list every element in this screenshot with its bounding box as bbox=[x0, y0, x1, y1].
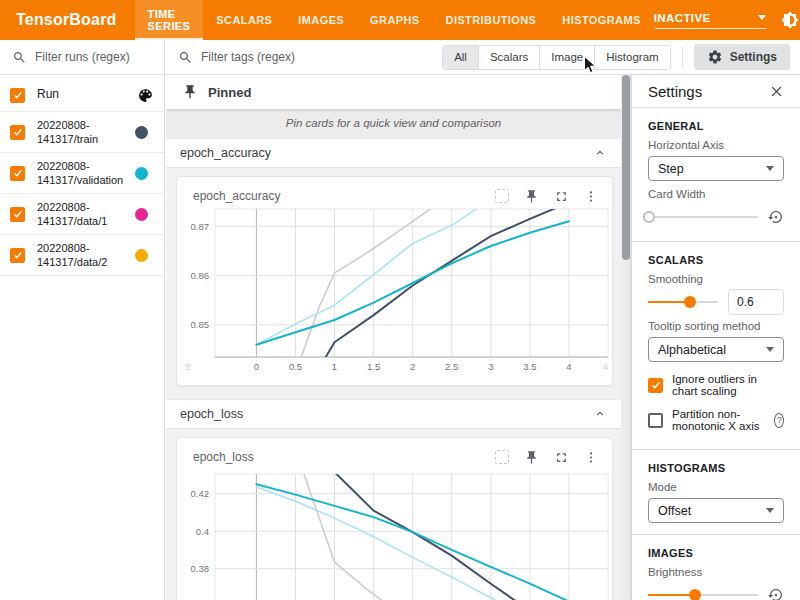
runs-list: 20220808-141317/train20220808-141317/val… bbox=[0, 112, 164, 276]
close-icon[interactable] bbox=[769, 84, 784, 99]
runs-sidebar: Filter runs (regex) Run 20220808-141317/… bbox=[0, 40, 165, 600]
cards-scroll-area: Pinned Pin cards for a quick view and co… bbox=[166, 75, 621, 600]
scalar-card-epoch_accuracy: epoch_accuracy0.850.860.8700.511.522.533… bbox=[176, 176, 613, 386]
svg-text:3.5: 3.5 bbox=[523, 361, 536, 372]
tag-group-title: epoch_accuracy bbox=[180, 146, 271, 160]
vertical-scrollbar[interactable] bbox=[621, 75, 631, 600]
tag-group-header-epoch_accuracy[interactable]: epoch_accuracy bbox=[166, 138, 621, 168]
run-name: 20220808-141317/data/2 bbox=[25, 241, 135, 270]
settings-panel-body: GENERALHorizontal AxisStepCard WidthSCAL… bbox=[632, 108, 800, 600]
header-actions: INACTIVE bbox=[654, 11, 800, 29]
filter-button-image[interactable]: Image bbox=[539, 46, 594, 69]
tab-graphs[interactable]: GRAPHS bbox=[357, 0, 432, 40]
control-label: Card Width bbox=[648, 188, 784, 200]
svg-text:0.87: 0.87 bbox=[191, 221, 210, 232]
filter-runs-input[interactable]: Filter runs (regex) bbox=[0, 40, 164, 75]
tab-scalars[interactable]: SCALARS bbox=[203, 0, 285, 40]
tab-images[interactable]: IMAGES bbox=[285, 0, 357, 40]
svg-text:1.5: 1.5 bbox=[367, 361, 380, 372]
chevron-down-icon bbox=[766, 347, 774, 352]
card-groups: epoch_accuracyepoch_accuracy0.850.860.87… bbox=[166, 138, 621, 600]
main-area: Filter tags (regex) AllScalarsImageHisto… bbox=[166, 40, 800, 600]
help-icon[interactable]: ? bbox=[774, 413, 784, 428]
mode-select[interactable]: Offset bbox=[648, 498, 784, 523]
smoothing-value-input[interactable]: 0.6 bbox=[728, 289, 784, 315]
pin-card-button[interactable] bbox=[524, 450, 539, 465]
brightness-toggle-button[interactable] bbox=[781, 11, 799, 29]
run-row: 20220808-141317/data/2 bbox=[0, 235, 164, 276]
tooltip-sorting-method-select[interactable]: Alphabetical bbox=[648, 337, 784, 362]
card-width-slider[interactable] bbox=[648, 216, 758, 218]
scrollbar-thumb[interactable] bbox=[622, 75, 630, 260]
svg-text:0: 0 bbox=[254, 361, 259, 372]
main-toolbar: Filter tags (regex) AllScalarsImageHisto… bbox=[166, 40, 800, 75]
pin-card-button[interactable] bbox=[524, 189, 539, 204]
search-icon bbox=[12, 50, 27, 65]
fullscreen-button[interactable] bbox=[554, 189, 569, 204]
toolbar-divider bbox=[682, 46, 683, 68]
run-checkbox[interactable] bbox=[10, 207, 25, 222]
slider-knob[interactable] bbox=[684, 296, 696, 308]
tag-group-header-epoch_loss[interactable]: epoch_loss bbox=[166, 399, 621, 429]
section-heading: GENERAL bbox=[648, 120, 784, 132]
svg-text:0.86: 0.86 bbox=[191, 270, 210, 281]
select-value: Offset bbox=[658, 504, 691, 518]
fit-domain-icon[interactable] bbox=[495, 450, 509, 464]
smoothing-slider[interactable] bbox=[648, 301, 718, 303]
line-chart[interactable]: 0.360.380.40.4200.511.522.533.54 bbox=[177, 468, 614, 600]
tab-time-series[interactable]: TIME SERIES bbox=[135, 0, 204, 40]
brightness-slider[interactable] bbox=[648, 594, 758, 596]
filter-tags-placeholder: Filter tags (regex) bbox=[201, 50, 295, 64]
checkbox[interactable] bbox=[648, 413, 663, 428]
filter-button-all[interactable]: All bbox=[443, 46, 478, 69]
app-header: TensorBoard TIME SERIESSCALARSIMAGESGRAP… bbox=[0, 0, 800, 40]
svg-text:1: 1 bbox=[332, 361, 337, 372]
palette-icon[interactable] bbox=[137, 87, 154, 104]
settings-section-histograms: HISTOGRAMSModeOffset bbox=[632, 450, 800, 535]
run-checkbox[interactable] bbox=[10, 248, 25, 263]
svg-text:0.42: 0.42 bbox=[191, 488, 210, 499]
settings-section-scalars: SCALARSSmoothing0.6Tooltip sorting metho… bbox=[632, 242, 800, 450]
select-all-runs-checkbox[interactable] bbox=[10, 88, 25, 103]
card-zone: epoch_accuracy0.850.860.8700.511.522.533… bbox=[166, 168, 621, 398]
chevron-up-icon bbox=[593, 407, 607, 421]
reset-icon[interactable] bbox=[768, 209, 784, 225]
kebab-menu-button[interactable] bbox=[584, 450, 598, 465]
run-checkbox[interactable] bbox=[10, 166, 25, 181]
run-checkbox[interactable] bbox=[10, 125, 25, 140]
chevron-down-icon bbox=[766, 508, 774, 513]
svg-text:4: 4 bbox=[566, 361, 571, 372]
checkbox-label: Ignore outliers in chart scaling bbox=[672, 373, 784, 397]
run-row: 20220808-141317/data/1 bbox=[0, 194, 164, 235]
card-title: epoch_loss bbox=[193, 450, 495, 464]
slider-knob[interactable] bbox=[689, 589, 701, 600]
fullscreen-button[interactable] bbox=[554, 450, 569, 465]
filter-button-scalars[interactable]: Scalars bbox=[478, 46, 539, 69]
scalar-card-epoch_loss: epoch_loss0.360.380.40.4200.511.522.533.… bbox=[176, 437, 613, 600]
control-label: Mode bbox=[648, 481, 784, 493]
tab-histograms[interactable]: HISTOGRAMS bbox=[549, 0, 653, 40]
tab-distributions[interactable]: DISTRIBUTIONS bbox=[433, 0, 550, 40]
pin-icon bbox=[182, 84, 198, 100]
reset-icon[interactable] bbox=[768, 587, 784, 600]
section-heading: HISTOGRAMS bbox=[648, 462, 784, 474]
slider-knob[interactable] bbox=[643, 211, 655, 223]
card-zone: epoch_loss0.360.380.40.4200.511.522.533.… bbox=[166, 429, 621, 600]
control-label: Horizontal Axis bbox=[648, 139, 784, 151]
line-chart[interactable]: 0.850.860.8700.511.522.533.5454 bbox=[177, 207, 614, 381]
horizontal-axis-select[interactable]: Step bbox=[648, 156, 784, 181]
chevron-down-icon bbox=[758, 15, 766, 20]
chevron-down-icon bbox=[766, 166, 774, 171]
svg-text:2.5: 2.5 bbox=[445, 361, 458, 372]
filter-button-histogram[interactable]: Histogram bbox=[594, 46, 669, 69]
svg-text:3: 3 bbox=[488, 361, 493, 372]
status-dropdown[interactable]: INACTIVE bbox=[654, 12, 766, 29]
filter-tags-input[interactable]: Filter tags (regex) bbox=[166, 50, 442, 65]
kebab-menu-button[interactable] bbox=[584, 189, 598, 204]
tag-group-title: epoch_loss bbox=[180, 407, 243, 421]
fit-domain-icon[interactable] bbox=[495, 189, 509, 203]
card-title: epoch_accuracy bbox=[193, 189, 495, 203]
svg-text:2: 2 bbox=[410, 361, 415, 372]
checkbox[interactable] bbox=[648, 378, 663, 393]
settings-button[interactable]: Settings bbox=[694, 44, 790, 70]
